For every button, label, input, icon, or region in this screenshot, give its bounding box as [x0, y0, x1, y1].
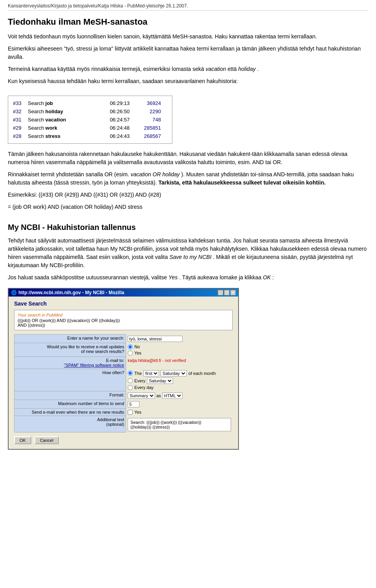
query-box: Your search in PubMed (((job)) OR ((work… — [14, 310, 233, 330]
section1-title: Tiedonhaku ilman MeSH-sanastoa — [8, 17, 368, 27]
search-time: 06:24:57 — [98, 117, 130, 123]
cancel-button[interactable]: Cancel — [34, 436, 59, 444]
day-select[interactable]: Saturday — [161, 370, 187, 376]
search-num[interactable]: #29 — [13, 125, 28, 131]
email-label: E-mail to: "SPAM" filtering software not… — [14, 357, 126, 369]
section2-title: My NCBI - Hakuhistorian tallennus — [8, 223, 368, 232]
window-controls: _ □ × — [218, 290, 236, 295]
para8: = (job OR work) AND (vacation OR holiday… — [8, 203, 368, 211]
para1: Voit tehdä tiedonhaun myös luonnollisen … — [8, 33, 368, 41]
search-history-row: #32 Search holiday 06:26:50 2290 — [13, 107, 167, 116]
format-row: Format: Summary as HTML — [14, 391, 233, 400]
screenshot-titlebar: 🌐 http://www.ncbi.nlm.nih.gov - My NCBI … — [9, 289, 238, 297]
radio-yes-label[interactable]: Yes — [128, 351, 231, 356]
email-updates-radio-group: No Yes — [128, 344, 231, 356]
search-count[interactable]: 748 — [130, 117, 161, 123]
spam-notice-link[interactable]: "SPAM" filtering software notice — [64, 363, 124, 367]
radio-no[interactable] — [128, 344, 133, 349]
search-name-input[interactable] — [128, 336, 183, 342]
how-often-cell: The first Saturday of each month Every — [126, 369, 233, 391]
section2-para1: Tehdyt haut säilyvät automaattisesti jär… — [8, 237, 368, 270]
search-history-box: #33 Search job 06:29:13 36924 #32 Search… — [8, 96, 172, 144]
radio-every-saturday[interactable] — [128, 378, 133, 383]
search-count[interactable]: 268567 — [130, 133, 161, 139]
radio-yes[interactable] — [128, 351, 133, 356]
titlebar-globe-icon: 🌐 — [11, 290, 17, 295]
send-when-empty-cell: Yes — [126, 409, 233, 416]
every-saturday-label[interactable]: Every Saturday — [128, 378, 231, 384]
screenshot-window: 🌐 http://www.ncbi.nlm.nih.gov - My NCBI … — [8, 288, 239, 450]
para3: Termeinä kannattaa käyttää myös rinnakka… — [8, 65, 368, 73]
search-history-row: #31 Search vacation 06:24:57 748 — [13, 116, 167, 124]
format-select[interactable]: Summary — [128, 393, 155, 399]
para5: Tämän jälkeen hakusanoista rakennetaan h… — [8, 150, 368, 166]
first-select[interactable]: first — [143, 370, 159, 376]
maximize-button[interactable]: □ — [224, 290, 230, 295]
search-term: Search vacation — [28, 117, 98, 123]
para2: Esimerkiksi aiheeseen "työ, stressi ja l… — [8, 45, 368, 61]
every-day-select[interactable]: Saturday — [147, 378, 173, 384]
max-items-row: Maximum number of items to send — [14, 400, 233, 409]
name-field-row: Enter a name for your search: — [14, 335, 233, 343]
search-history-row: #33 Search job 06:29:13 36924 — [13, 99, 167, 107]
search-history-row: #28 Search stress 06:24:43 268567 — [13, 132, 167, 140]
radio-every-day[interactable] — [128, 385, 133, 390]
email-updates-row: Would you like to receive e-mail updates… — [14, 343, 233, 357]
send-yes-label[interactable]: Yes — [128, 410, 231, 415]
para7: Esimerkiksi: ((#33) OR (#29)) AND ((#31)… — [8, 191, 368, 199]
page-header: Kansanterveyslaitos/Kirjasto ja tietopal… — [8, 3, 368, 11]
search-term: Search holiday — [28, 109, 98, 114]
send-when-empty-row: Send e-mail even when there are no new r… — [14, 409, 233, 416]
minimize-button[interactable]: _ — [218, 290, 223, 295]
screenshot-body: Save Search Your search in PubMed (((job… — [9, 297, 238, 449]
email-value-cell: katja.hilska@ktl.fi - not verified — [126, 357, 233, 369]
para4: Kun kyseisessä haussa tehdään haku termi… — [8, 77, 368, 85]
email-updates-label: Would you like to receive e-mail updates… — [14, 343, 126, 357]
search-time: 06:29:13 — [98, 100, 130, 106]
format-cell: Summary as HTML — [126, 391, 233, 400]
breadcrumb: Kansanterveyslaitos/Kirjasto ja tietopal… — [8, 3, 188, 9]
additional-text-cell: Search: (((job)) ((work))) (((vacation))… — [126, 416, 233, 432]
search-num[interactable]: #32 — [13, 109, 28, 114]
search-count[interactable]: 2290 — [130, 109, 161, 114]
how-often-label: How often? — [14, 369, 126, 391]
search-count[interactable]: 36924 — [130, 100, 161, 106]
query-text: (((job)) OR ((work))) AND (((vacation)) … — [18, 318, 120, 327]
format-label: Format: — [14, 391, 126, 400]
radio-first-saturday[interactable] — [128, 371, 133, 376]
search-term: Search job — [28, 100, 98, 106]
close-button[interactable]: × — [230, 290, 236, 295]
format-type-select[interactable]: HTML — [162, 393, 183, 399]
first-saturday-label[interactable]: The first Saturday of each month — [128, 370, 231, 376]
search-num[interactable]: #28 — [13, 133, 28, 139]
search-term: Search stress — [28, 133, 98, 139]
radio-no-label[interactable]: No — [128, 344, 231, 349]
ok-button[interactable]: OK — [14, 436, 31, 444]
email-value: katja.hilska@ktl.fi - not verified — [128, 358, 186, 363]
max-items-input[interactable] — [128, 401, 139, 407]
email-updates-cell: No Yes — [126, 343, 233, 357]
search-num[interactable]: #33 — [13, 100, 28, 106]
every-day-label[interactable]: Every day — [128, 385, 231, 390]
send-yes-checkbox[interactable] — [128, 410, 133, 415]
search-count[interactable]: 285851 — [130, 125, 161, 131]
additional-text-row: Additional text(optional) Search: (((job… — [14, 416, 233, 432]
save-search-title: Save Search — [14, 300, 233, 307]
max-items-cell — [126, 400, 233, 409]
max-items-label: Maximum number of items to send — [14, 400, 126, 409]
form-buttons: OK Cancel — [14, 436, 233, 444]
search-time: 06:26:50 — [98, 109, 130, 114]
search-num[interactable]: #31 — [13, 117, 28, 123]
search-history-row: #29 Search work 06:24:48 285851 — [13, 124, 167, 132]
search-term: Search work — [28, 125, 98, 131]
section2-para2: Jos haluat saada sähköpostitse uutuusseu… — [8, 273, 368, 282]
save-search-form: Enter a name for your search: Would you … — [14, 334, 233, 432]
email-row: E-mail to: "SPAM" filtering software not… — [14, 357, 233, 369]
search-time: 06:24:48 — [98, 125, 130, 131]
name-label: Enter a name for your search: — [14, 335, 126, 343]
titlebar-title: http://www.ncbi.nlm.nih.gov - My NCBI - … — [18, 290, 218, 295]
additional-text-box: Search: (((job)) ((work))) (((vacation))… — [128, 418, 231, 431]
query-label: Your search in PubMed — [18, 313, 229, 317]
para6: Rinnakkaiset termit yhdistetään sanalla … — [8, 170, 368, 187]
search-time: 06:24:43 — [98, 133, 130, 139]
